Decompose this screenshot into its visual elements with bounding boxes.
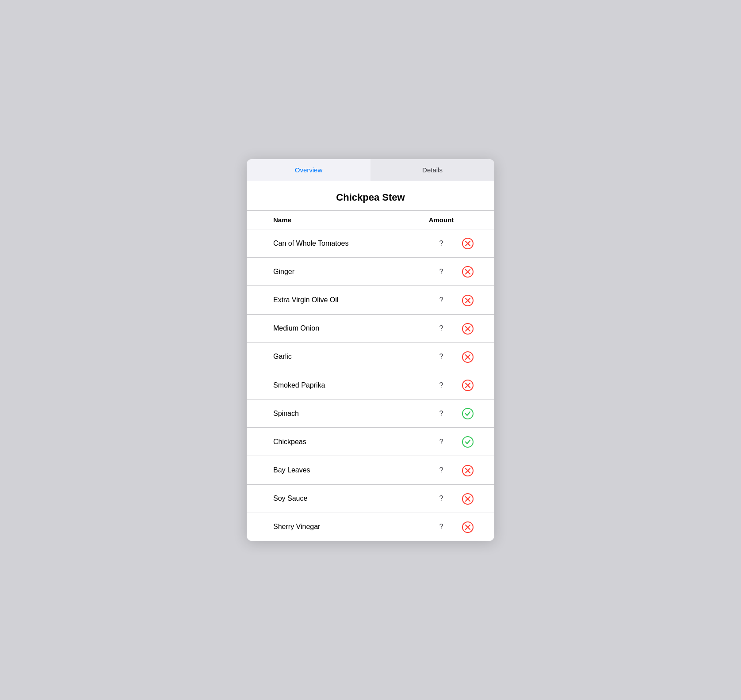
remove-icon[interactable] bbox=[459, 294, 477, 306]
ingredient-amount: ? bbox=[424, 381, 459, 389]
x-circle-icon bbox=[462, 238, 474, 249]
remove-icon[interactable] bbox=[459, 379, 477, 391]
ingredient-row[interactable]: Medium Onion? bbox=[247, 315, 494, 343]
ingredient-name: Extra Virgin Olive Oil bbox=[273, 296, 424, 304]
ingredient-amount: ? bbox=[424, 240, 459, 247]
ingredient-row[interactable]: Chickpeas? bbox=[247, 428, 494, 456]
ingredient-row[interactable]: Can of Whole Tomatoes? bbox=[247, 229, 494, 258]
check-circle-icon bbox=[462, 436, 474, 448]
recipe-title: Chickpea Stew bbox=[247, 181, 494, 211]
check-icon[interactable] bbox=[459, 407, 477, 419]
ingredient-name: Soy Sauce bbox=[273, 495, 424, 502]
x-circle-icon bbox=[462, 493, 474, 505]
x-circle-icon bbox=[462, 380, 474, 391]
ingredient-name: Spinach bbox=[273, 410, 424, 418]
app-window: Overview Details Chickpea Stew Name Amou… bbox=[247, 159, 494, 541]
svg-point-18 bbox=[462, 408, 473, 419]
x-circle-icon bbox=[462, 266, 474, 278]
check-circle-icon bbox=[462, 408, 474, 419]
ingredients-list: Can of Whole Tomatoes? Ginger? Extra Vir… bbox=[247, 229, 494, 541]
ingredient-amount: ? bbox=[424, 353, 459, 361]
ingredient-row[interactable]: Sherry Vinegar? bbox=[247, 513, 494, 541]
ingredient-name: Can of Whole Tomatoes bbox=[273, 240, 424, 247]
ingredient-amount: ? bbox=[424, 296, 459, 304]
remove-icon[interactable] bbox=[459, 464, 477, 476]
ingredient-amount: ? bbox=[424, 523, 459, 531]
remove-icon[interactable] bbox=[459, 323, 477, 335]
ingredient-name: Medium Onion bbox=[273, 324, 424, 332]
ingredient-name: Bay Leaves bbox=[273, 466, 424, 474]
ingredient-name: Ginger bbox=[273, 268, 424, 276]
ingredient-row[interactable]: Ginger? bbox=[247, 258, 494, 286]
tab-bar: Overview Details bbox=[247, 159, 494, 181]
ingredient-amount: ? bbox=[424, 466, 459, 474]
ingredient-name: Chickpeas bbox=[273, 438, 424, 446]
ingredient-row[interactable]: Bay Leaves? bbox=[247, 456, 494, 484]
x-circle-icon bbox=[462, 323, 474, 335]
table-header: Name Amount bbox=[247, 211, 494, 229]
ingredient-row[interactable]: Soy Sauce? bbox=[247, 485, 494, 513]
column-header-amount: Amount bbox=[424, 216, 459, 224]
remove-icon[interactable] bbox=[459, 493, 477, 505]
ingredient-row[interactable]: Spinach? bbox=[247, 399, 494, 428]
ingredient-name: Sherry Vinegar bbox=[273, 523, 424, 531]
remove-icon[interactable] bbox=[459, 521, 477, 533]
ingredient-amount: ? bbox=[424, 324, 459, 332]
ingredient-amount: ? bbox=[424, 438, 459, 446]
tab-overview[interactable]: Overview bbox=[247, 159, 370, 181]
remove-icon[interactable] bbox=[459, 266, 477, 278]
x-circle-icon bbox=[462, 465, 474, 476]
ingredient-row[interactable]: Garlic? bbox=[247, 343, 494, 371]
ingredient-name: Smoked Paprika bbox=[273, 381, 424, 389]
remove-icon[interactable] bbox=[459, 237, 477, 249]
check-icon[interactable] bbox=[459, 436, 477, 448]
ingredient-amount: ? bbox=[424, 268, 459, 276]
ingredient-name: Garlic bbox=[273, 353, 424, 361]
ingredient-amount: ? bbox=[424, 410, 459, 418]
x-circle-icon bbox=[462, 521, 474, 533]
tab-details[interactable]: Details bbox=[370, 159, 494, 181]
x-circle-icon bbox=[462, 351, 474, 363]
remove-icon[interactable] bbox=[459, 351, 477, 363]
column-header-name: Name bbox=[273, 216, 424, 224]
ingredient-row[interactable]: Extra Virgin Olive Oil? bbox=[247, 286, 494, 314]
content-area: Chickpea Stew Name Amount Can of Whole T… bbox=[247, 181, 494, 541]
ingredient-amount: ? bbox=[424, 495, 459, 502]
x-circle-icon bbox=[462, 295, 474, 306]
ingredient-row[interactable]: Smoked Paprika? bbox=[247, 371, 494, 399]
svg-point-19 bbox=[462, 437, 473, 447]
